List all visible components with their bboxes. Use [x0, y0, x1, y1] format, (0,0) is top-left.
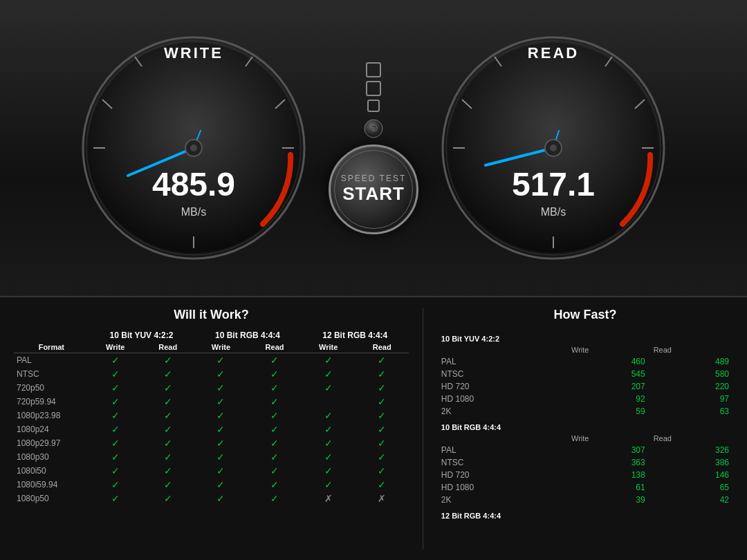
write-read-header-row: WriteRead	[437, 433, 733, 444]
check-icon: ✓	[270, 465, 279, 476]
check-cell: ✓	[248, 422, 301, 436]
gear-icon	[364, 119, 383, 138]
check-icon: ✓	[111, 479, 120, 490]
check-icon: ✓	[270, 438, 279, 449]
how-fast-label: HD 1080	[437, 481, 567, 494]
check-icon: ✓	[378, 410, 386, 421]
table-row: 1080p29.97✓✓✓✓✓✓	[14, 436, 409, 450]
check-icon: ✓	[164, 451, 172, 463]
check-icon: ✓	[270, 355, 279, 366]
check-cell: ✗	[302, 492, 356, 505]
check-icon: ✓	[216, 438, 225, 449]
check-cell: ✓	[194, 409, 248, 422]
write-read-header-row: WriteRead	[437, 344, 733, 355]
read-val: 489	[649, 355, 733, 368]
check-icon: ✓	[378, 451, 386, 463]
check-icon: ✓	[111, 355, 120, 366]
check-icon: ✓	[164, 493, 172, 504]
read-val: 42	[649, 494, 733, 506]
table-row: 1080p24✓✓✓✓✓✓	[14, 422, 409, 436]
table-section: Will it Work? 10 Bit YUV 4:2:2 10 Bit RG…	[0, 297, 747, 560]
group-yuv-header: 10 Bit YUV 4:2:2	[89, 329, 194, 342]
write-val: 138	[567, 469, 649, 481]
table-row: 1080p50✓✓✓✓✗✗	[14, 492, 409, 505]
check-icon: ✓	[111, 493, 120, 504]
12bit-read-header: Read	[356, 342, 409, 353]
check-icon: ✓	[111, 396, 120, 407]
check-cell: ✓	[194, 464, 248, 478]
check-icon: ✓	[216, 424, 225, 435]
read-gauge: READ 517.1 MB/s	[436, 30, 671, 265]
how-fast-label: PAL	[437, 355, 567, 368]
svg-point-30	[550, 144, 557, 151]
read-gauge-value: 517.1	[436, 165, 671, 203]
format-cell: 1080p24	[14, 422, 89, 436]
check-icon: ✓	[378, 479, 386, 490]
check-cell: ✓	[302, 367, 356, 381]
write-val: 307	[567, 444, 649, 456]
check-icon: ✓	[378, 424, 386, 435]
rgb-write-header: Write	[194, 342, 248, 353]
section-header-row: 10 Bit RGB 4:4:4	[437, 418, 733, 433]
check-cell: ✓	[89, 381, 142, 395]
read-val: 146	[649, 469, 733, 481]
check-cell: ✓	[302, 409, 356, 422]
12bit-write-header: Write	[302, 342, 356, 353]
format-cell: 1080p30	[14, 450, 89, 464]
write-gauge-value: 485.9	[76, 165, 311, 203]
check-icon: ✓	[324, 410, 333, 421]
check-cell: ✓	[142, 422, 194, 436]
check-icon: ✓	[111, 465, 120, 476]
check-cell: ✓	[89, 478, 142, 492]
check-icon: ✓	[270, 396, 279, 407]
check-cell: ✓	[356, 353, 409, 368]
how-fast-label: 2K	[437, 494, 567, 506]
check-cell: ✓	[356, 422, 409, 436]
read-val: 386	[649, 456, 733, 469]
table-row: 720p50✓✓✓✓✓✓	[14, 381, 409, 395]
check-cell: ✓	[302, 353, 356, 368]
top-squares	[366, 62, 381, 112]
check-icon: ✓	[111, 438, 120, 449]
check-cell: ✓	[142, 409, 194, 422]
check-cell: ✓	[302, 450, 356, 464]
will-it-work-body: PAL✓✓✓✓✓✓NTSC✓✓✓✓✓✓720p50✓✓✓✓✓✓720p59.94…	[14, 353, 409, 506]
check-cell: ✓	[194, 450, 248, 464]
check-icon: ✓	[378, 355, 386, 366]
check-icon: ✓	[111, 368, 120, 380]
write-val: 207	[567, 380, 649, 393]
format-cell: 1080i59.94	[14, 478, 89, 492]
check-icon: ✓	[324, 355, 333, 366]
wr-header-cell: Write	[567, 433, 649, 444]
how-fast-label: NTSC	[437, 456, 567, 469]
check-cell: ✓	[194, 381, 248, 395]
check-cell: ✓	[194, 492, 248, 505]
check-cell: ✓	[142, 450, 194, 464]
check-cell: ✓	[89, 492, 142, 505]
will-it-work-title: Will it Work?	[14, 308, 409, 322]
check-icon: ✓	[378, 438, 386, 449]
check-icon: ✓	[164, 438, 172, 449]
how-fast-label: HD 1080	[437, 393, 567, 405]
square-2	[366, 81, 381, 96]
check-cell: ✓	[356, 478, 409, 492]
check-icon: ✓	[270, 410, 279, 421]
check-icon: ✓	[164, 355, 172, 366]
how-fast-row: HD 10806165	[437, 481, 733, 494]
check-cell: ✓	[194, 367, 248, 381]
check-cell: ✓	[89, 436, 142, 450]
start-button-label: SPEED TEST	[341, 174, 406, 183]
check-cell: ✓	[142, 395, 194, 409]
check-icon: ✓	[216, 382, 225, 393]
write-val: 545	[567, 368, 649, 380]
start-button[interactable]: SPEED TEST START	[329, 144, 418, 234]
check-cell: ✓	[356, 436, 409, 450]
table-row: PAL✓✓✓✓✓✓	[14, 353, 409, 368]
sub-headers-row: Format Write Read Write Read Write Read	[14, 342, 409, 353]
check-icon: ✓	[164, 410, 172, 421]
check-icon: ✓	[270, 368, 279, 380]
check-cell: ✓	[302, 381, 356, 395]
check-icon: ✓	[111, 410, 120, 421]
check-icon: ✓	[216, 396, 225, 407]
format-cell: PAL	[14, 353, 89, 368]
